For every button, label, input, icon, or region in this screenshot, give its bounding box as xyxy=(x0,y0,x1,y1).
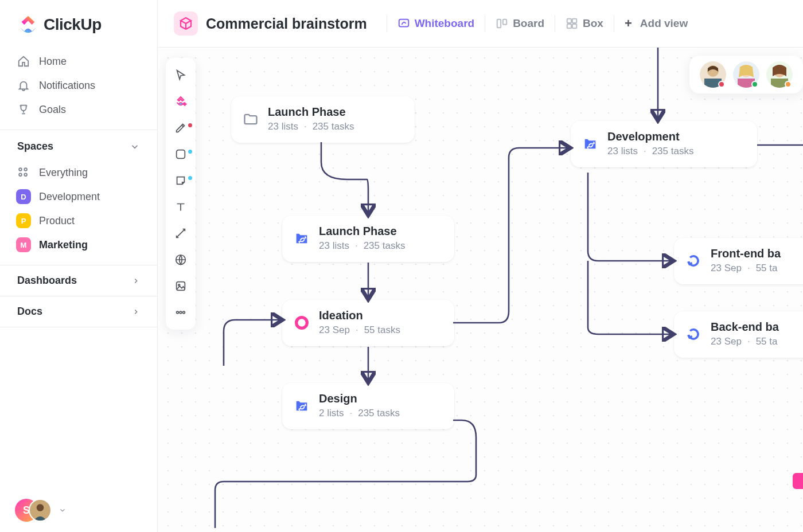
card-meta: 23 Sep xyxy=(711,263,742,274)
spaces-title: Spaces xyxy=(17,140,53,152)
card-title: Design xyxy=(319,392,400,405)
nav-home[interactable]: Home xyxy=(8,49,149,73)
svg-rect-14 xyxy=(177,150,185,159)
card-meta: 2 lists xyxy=(319,408,344,419)
cursor-icon xyxy=(174,69,187,81)
card-meta: 235 tasks xyxy=(304,121,354,132)
svg-rect-7 xyxy=(497,19,501,28)
everything-label: Everything xyxy=(39,167,88,179)
whiteboard-canvas[interactable]: + xyxy=(158,48,803,532)
tool-text[interactable] xyxy=(166,198,196,216)
docs-label: Docs xyxy=(17,306,42,318)
view-label: Box xyxy=(583,17,603,30)
svg-rect-6 xyxy=(399,19,408,27)
board-icon xyxy=(496,17,508,30)
chevron-down-icon xyxy=(59,506,67,514)
card-meta: 55 tasks xyxy=(356,324,400,336)
text-icon xyxy=(174,201,187,213)
nav-label: Home xyxy=(39,56,67,68)
card-design[interactable]: Design 2 lists235 tasks xyxy=(282,383,454,429)
card-backend[interactable]: Back-end ba 23 Sep55 ta xyxy=(674,311,803,358)
avatar[interactable] xyxy=(700,61,726,88)
sidebar-space-product[interactable]: P Product xyxy=(0,209,157,233)
svg-point-18 xyxy=(177,311,179,314)
view-box[interactable]: Box xyxy=(563,15,606,32)
avatar[interactable] xyxy=(733,61,759,88)
svg-rect-10 xyxy=(572,19,576,23)
tool-web[interactable] xyxy=(166,251,196,269)
card-meta: 23 Sep xyxy=(711,336,742,347)
view-whiteboard[interactable]: Whiteboard xyxy=(395,15,477,32)
add-view-button[interactable]: + Add view xyxy=(622,14,690,33)
tool-pen[interactable] xyxy=(166,119,196,137)
svg-point-3 xyxy=(24,173,27,176)
card-title: Front-end ba xyxy=(711,247,781,260)
folder-icon xyxy=(243,111,259,127)
dashboards-label: Dashboards xyxy=(17,275,77,287)
tool-clickup[interactable]: + xyxy=(166,92,196,111)
tool-image[interactable] xyxy=(166,277,196,295)
nav-goals[interactable]: Goals xyxy=(8,97,149,122)
card-launch-phase-folder[interactable]: Launch Phase 23 lists235 tasks xyxy=(231,96,415,143)
card-title: Ideation xyxy=(319,309,400,322)
avatar-photo xyxy=(29,499,52,522)
avatar[interactable] xyxy=(766,61,793,88)
sidebar-footer[interactable]: S xyxy=(0,488,157,532)
view-board[interactable]: Board xyxy=(493,15,547,32)
page-icon[interactable] xyxy=(174,11,198,36)
svg-text:+: + xyxy=(184,101,186,107)
logo-text: ClickUp xyxy=(44,15,102,34)
svg-point-5 xyxy=(37,504,44,511)
home-icon xyxy=(17,55,30,68)
page-title[interactable]: Commercial brainstorm xyxy=(206,15,367,32)
bell-icon xyxy=(17,79,30,92)
chevron-right-icon xyxy=(132,277,140,285)
workspace-avatar: S xyxy=(15,499,49,522)
logo[interactable]: ClickUp xyxy=(0,0,157,47)
shape-icon xyxy=(174,148,187,161)
tool-more[interactable] xyxy=(166,303,196,322)
svg-point-1 xyxy=(24,168,27,171)
divider xyxy=(387,15,387,32)
cycle-icon xyxy=(685,253,701,269)
tool-sticky[interactable] xyxy=(166,171,196,190)
tool-shape[interactable] xyxy=(166,145,196,163)
whiteboard-toolbar: + xyxy=(166,58,196,330)
connector-icon xyxy=(174,227,187,240)
spaces-header[interactable]: Spaces xyxy=(0,130,157,161)
card-launch-phase[interactable]: Launch Phase 23 lists235 tasks xyxy=(282,216,454,262)
card-title: Development xyxy=(607,130,693,143)
chevron-right-icon xyxy=(132,308,140,316)
svg-rect-11 xyxy=(567,24,571,28)
card-ideation[interactable]: Ideation 23 Sep55 tasks xyxy=(282,300,454,346)
tool-cursor[interactable] xyxy=(166,66,196,84)
divider xyxy=(485,15,485,32)
collaborator-avatars[interactable] xyxy=(689,56,803,93)
nav-notifications[interactable]: Notifications xyxy=(8,73,149,97)
sidebar-space-development[interactable]: D Development xyxy=(0,185,157,209)
tool-connector[interactable] xyxy=(166,224,196,242)
status-dot xyxy=(718,81,725,88)
card-meta: 23 lists xyxy=(268,121,298,132)
globe-icon xyxy=(174,253,187,266)
svg-rect-8 xyxy=(503,19,506,25)
whiteboard-icon xyxy=(397,17,410,30)
edge-handle[interactable] xyxy=(793,473,803,489)
sidebar-docs[interactable]: Docs xyxy=(0,296,157,327)
status-dot xyxy=(785,81,792,88)
space-badge: P xyxy=(16,213,31,228)
sidebar-everything[interactable]: Everything xyxy=(0,161,157,185)
card-meta: 55 ta xyxy=(747,336,778,347)
sidebar-dashboards[interactable]: Dashboards xyxy=(0,265,157,296)
svg-point-20 xyxy=(183,311,185,314)
sidebar-space-marketing[interactable]: M Marketing xyxy=(0,233,157,257)
card-frontend[interactable]: Front-end ba 23 Sep55 ta xyxy=(674,238,803,284)
svg-point-0 xyxy=(19,168,22,171)
box-icon xyxy=(566,17,578,30)
space-label: Development xyxy=(39,191,100,203)
clickup-add-icon: + xyxy=(174,95,187,108)
card-development[interactable]: Development 23 lists235 tasks xyxy=(571,121,757,167)
card-meta: 235 tasks xyxy=(349,408,400,419)
more-icon xyxy=(174,306,187,319)
space-label: Marketing xyxy=(39,239,88,251)
